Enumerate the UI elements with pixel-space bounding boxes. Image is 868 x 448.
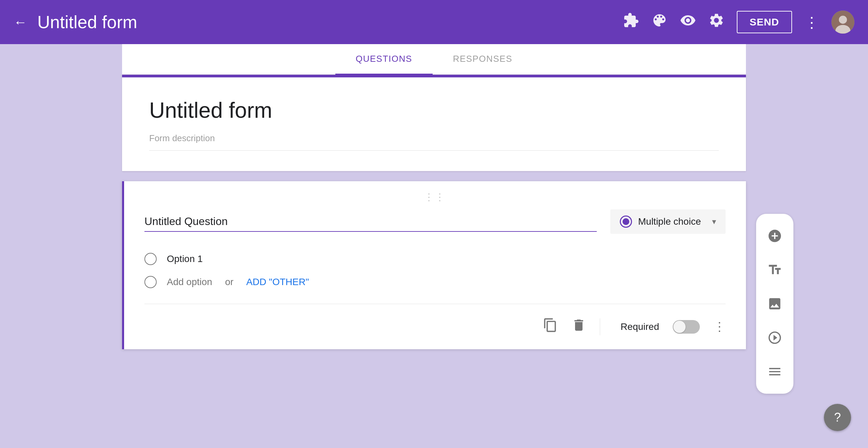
form-container: QUESTIONS RESPONSES Untitled form Form d…: [122, 44, 746, 428]
question-row: Multiple choice ▾: [144, 209, 726, 234]
add-option-radio: [144, 276, 157, 288]
question-type-selector[interactable]: Multiple choice ▾: [610, 209, 726, 234]
tab-questions[interactable]: QUESTIONS: [335, 44, 433, 75]
more-menu-icon[interactable]: ⋮: [804, 14, 819, 31]
svg-point-1: [839, 16, 847, 24]
toggle-knob: [673, 321, 686, 333]
radio-icon: [620, 216, 632, 228]
preview-icon[interactable]: [680, 12, 696, 32]
radio-inner: [623, 218, 629, 225]
question-more-button[interactable]: ⋮: [713, 320, 726, 334]
avatar[interactable]: [831, 11, 854, 34]
option-row: Option 1: [144, 247, 726, 270]
header-right: SEND ⋮: [623, 11, 854, 34]
add-ons-icon[interactable]: [623, 12, 639, 32]
tab-responses[interactable]: RESPONSES: [433, 44, 533, 75]
header-title: Untitled form: [37, 12, 137, 32]
add-question-button[interactable]: [760, 221, 790, 251]
form-title[interactable]: Untitled form: [149, 98, 719, 123]
form-description[interactable]: Form description: [149, 133, 719, 151]
main-area: QUESTIONS RESPONSES Untitled form Form d…: [0, 44, 868, 448]
settings-icon[interactable]: [708, 12, 725, 32]
delete-button[interactable]: [571, 318, 586, 336]
add-video-button[interactable]: [760, 322, 790, 353]
question-toolbar: Required ⋮: [144, 314, 726, 336]
required-toggle[interactable]: [673, 320, 700, 334]
required-label: Required: [620, 321, 659, 332]
question-type-label: Multiple choice: [638, 216, 701, 227]
add-section-button[interactable]: [760, 356, 790, 387]
header: ← Untitled form SEND ⋮: [0, 0, 868, 44]
question-title-input[interactable]: [144, 212, 597, 232]
add-option-row: Add option or ADD "OTHER": [144, 270, 726, 294]
duplicate-button[interactable]: [543, 318, 558, 336]
add-image-button[interactable]: [760, 288, 790, 319]
header-left: ← Untitled form: [14, 12, 137, 32]
add-title-button[interactable]: [760, 255, 790, 285]
add-option-text[interactable]: Add option: [167, 277, 212, 287]
add-option-or: or: [222, 277, 236, 287]
option-radio: [144, 253, 157, 265]
back-button[interactable]: ←: [14, 15, 27, 29]
drag-handle[interactable]: ⋮⋮: [144, 191, 726, 203]
right-sidebar: [756, 214, 793, 394]
type-dropdown-arrow: ▾: [712, 217, 716, 226]
tabs-bar: QUESTIONS RESPONSES: [122, 44, 746, 75]
question-divider: [144, 304, 726, 304]
theme-icon[interactable]: [651, 12, 668, 32]
add-other-link[interactable]: ADD "OTHER": [246, 277, 309, 287]
question-card: ⋮⋮ Multiple choice ▾ Option 1 Add: [122, 181, 746, 349]
option-label[interactable]: Option 1: [167, 254, 203, 264]
send-button[interactable]: SEND: [737, 11, 792, 33]
form-title-card: Untitled form Form description: [122, 75, 746, 171]
help-button[interactable]: ?: [824, 404, 851, 431]
toolbar-divider: [600, 318, 600, 335]
